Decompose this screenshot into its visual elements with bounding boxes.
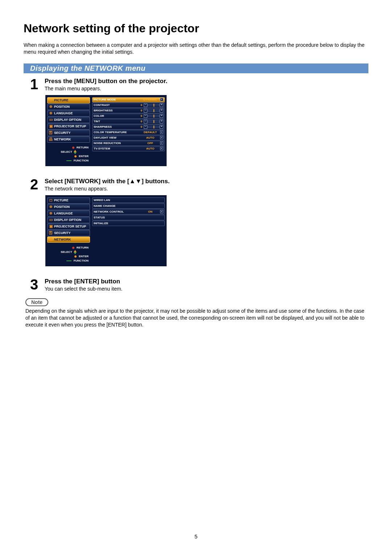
- setting-value: OFF: [142, 141, 159, 145]
- slider[interactable]: −+: [144, 104, 163, 107]
- hint-function: FUNCTION: [74, 159, 89, 162]
- down-arrow-icon: [74, 152, 77, 154]
- menu-item-label: DISPLAY OPTION: [54, 218, 81, 222]
- function-bar-icon: [66, 160, 72, 161]
- setting-row-name-change[interactable]: NAME CHANGE: [92, 203, 165, 209]
- plus-icon[interactable]: +: [160, 103, 163, 107]
- slider[interactable]: −+: [144, 109, 163, 112]
- menu-item-label: SECURITY: [54, 131, 71, 135]
- menu-item-label: NETWORK: [54, 238, 71, 241]
- setting-row-contrast[interactable]: CONTRAST0−+: [92, 103, 165, 108]
- setting-row-tv-system[interactable]: TV-SYSTEMAUTO▸: [92, 146, 165, 151]
- step-heading: Select [NETWORK] with the [▲▼] buttons.: [45, 178, 170, 185]
- menu-item-display-option[interactable]: ▭DISPLAY OPTION: [47, 117, 90, 123]
- hint-select: SELECT: [61, 150, 72, 153]
- menu-icon: ⊕: [49, 111, 53, 115]
- nav-hint-cluster: RETURNSELECTENTERFUNCTION: [47, 145, 90, 163]
- minus-icon[interactable]: −: [144, 125, 147, 129]
- note-label: Note: [25, 298, 48, 306]
- menu-item-label: DISPLAY OPTION: [54, 118, 81, 122]
- slider[interactable]: −+: [144, 126, 163, 128]
- setting-label: NOISE REDUCTION: [94, 141, 140, 145]
- setting-row-color-temperature[interactable]: COLOR TEMPERATUREDEFAULT▸: [92, 130, 165, 135]
- menu-item-label: LANGUAGE: [54, 212, 73, 215]
- setting-row-picture-mode[interactable]: PICTURE MODEDYNAMIC▸: [92, 97, 165, 102]
- hint-enter: ENTER: [79, 155, 89, 158]
- setting-row-brightness[interactable]: BRIGHTNESS0−+: [92, 108, 165, 113]
- menu-icon: ⚿: [49, 131, 53, 135]
- osd-main-menu: ◻PICTURE⊕POSITION⊕LANGUAGE▭DISPLAY OPTIO…: [45, 95, 167, 166]
- setting-label: BRIGHTNESS: [94, 109, 137, 112]
- setting-row-daylight-view[interactable]: DAYLIGHT VIEWAUTO▸: [92, 135, 165, 140]
- setting-value: 0: [139, 125, 142, 128]
- menu-item-network[interactable]: 品NETWORK: [47, 237, 90, 243]
- enter-dot-icon: [74, 255, 77, 258]
- chevron-right-icon[interactable]: ▸: [160, 131, 163, 134]
- setting-value: 0: [139, 103, 142, 107]
- menu-item-picture[interactable]: ◻PICTURE: [47, 97, 90, 103]
- plus-icon[interactable]: +: [160, 114, 163, 118]
- menu-icon: ⊕: [49, 205, 53, 209]
- setting-value: 0: [139, 109, 142, 112]
- setting-value: AUTO: [142, 136, 159, 139]
- setting-row-status[interactable]: STATUS: [92, 215, 165, 220]
- setting-row-color[interactable]: COLOR0−+: [92, 114, 165, 119]
- menu-item-security[interactable]: ⚿SECURITY: [47, 130, 90, 136]
- chevron-right-icon[interactable]: ▸: [160, 210, 163, 213]
- menu-item-projector-setup[interactable]: ▣PROJECTOR SETUP: [47, 123, 90, 130]
- minus-icon[interactable]: −: [144, 114, 147, 118]
- menu-item-position[interactable]: ⊕POSITION: [47, 204, 90, 210]
- menu-item-label: LANGUAGE: [54, 111, 73, 115]
- minus-icon[interactable]: −: [144, 103, 147, 107]
- menu-icon: ⊕: [49, 212, 53, 215]
- menu-icon: ◻: [49, 198, 53, 202]
- intro-paragraph: When making a connection between a compu…: [24, 42, 368, 56]
- note-text: Depending on the signals which are input…: [25, 308, 368, 328]
- enter-dot-icon: [74, 155, 77, 157]
- minus-icon[interactable]: −: [144, 120, 147, 123]
- plus-icon[interactable]: +: [160, 125, 163, 129]
- menu-item-label: PICTURE: [54, 98, 69, 102]
- step-number: 1: [30, 77, 45, 91]
- menu-item-label: POSITION: [54, 105, 70, 108]
- menu-item-display-option[interactable]: ▭DISPLAY OPTION: [47, 217, 90, 223]
- setting-row-sharpness[interactable]: SHARPNESS0−+: [92, 124, 165, 130]
- menu-icon: 品: [49, 138, 53, 141]
- minus-icon[interactable]: −: [144, 109, 147, 112]
- setting-row-initialize[interactable]: INITIALIZE: [92, 221, 165, 226]
- nav-hint-cluster: RETURNSELECTENTERFUNCTION: [47, 246, 90, 263]
- setting-label: TV-SYSTEM: [94, 147, 140, 150]
- section-heading: Displaying the NETWORK menu: [24, 63, 368, 73]
- setting-label: COLOR TEMPERATURE: [94, 131, 140, 134]
- chevron-right-icon[interactable]: ▸: [160, 98, 163, 101]
- menu-item-picture[interactable]: ◻PICTURE: [47, 197, 90, 204]
- menu-item-network[interactable]: 品NETWORK: [47, 136, 90, 143]
- hint-enter: ENTER: [79, 255, 89, 258]
- menu-item-position[interactable]: ⊕POSITION: [47, 104, 90, 110]
- step-2: 2 Select [NETWORK] with the [▲▼] buttons…: [30, 177, 368, 192]
- setting-value: 0: [139, 114, 142, 118]
- setting-label: TINT: [94, 120, 137, 123]
- setting-row-network-control[interactable]: NETWORK CONTROLON▸: [92, 209, 165, 214]
- setting-label: PICTURE MODE: [94, 98, 140, 101]
- plus-icon[interactable]: +: [160, 109, 163, 112]
- setting-value: DYNAMIC: [142, 98, 159, 101]
- setting-label: DAYLIGHT VIEW: [94, 136, 140, 139]
- menu-item-projector-setup[interactable]: ▣PROJECTOR SETUP: [47, 223, 90, 230]
- step-note: The network menu appears.: [45, 186, 170, 192]
- chevron-right-icon[interactable]: ▸: [160, 136, 163, 139]
- menu-item-language[interactable]: ⊕LANGUAGE: [47, 110, 90, 116]
- setting-row-tint[interactable]: TINT0−+: [92, 119, 165, 124]
- slider[interactable]: −+: [144, 120, 163, 123]
- menu-item-security[interactable]: ⚿SECURITY: [47, 230, 90, 236]
- setting-row-wired-lan[interactable]: WIRED LAN: [92, 197, 165, 203]
- setting-row-noise-reduction[interactable]: NOISE REDUCTIONOFF▸: [92, 141, 165, 146]
- setting-label: CONTRAST: [94, 103, 137, 107]
- menu-item-language[interactable]: ⊕LANGUAGE: [47, 210, 90, 217]
- chevron-right-icon[interactable]: ▸: [160, 147, 163, 150]
- hint-function: FUNCTION: [74, 259, 89, 262]
- chevron-right-icon[interactable]: ▸: [160, 141, 163, 145]
- slider[interactable]: −+: [144, 115, 163, 118]
- step-note: The main menu appears.: [45, 86, 167, 91]
- plus-icon[interactable]: +: [160, 120, 163, 123]
